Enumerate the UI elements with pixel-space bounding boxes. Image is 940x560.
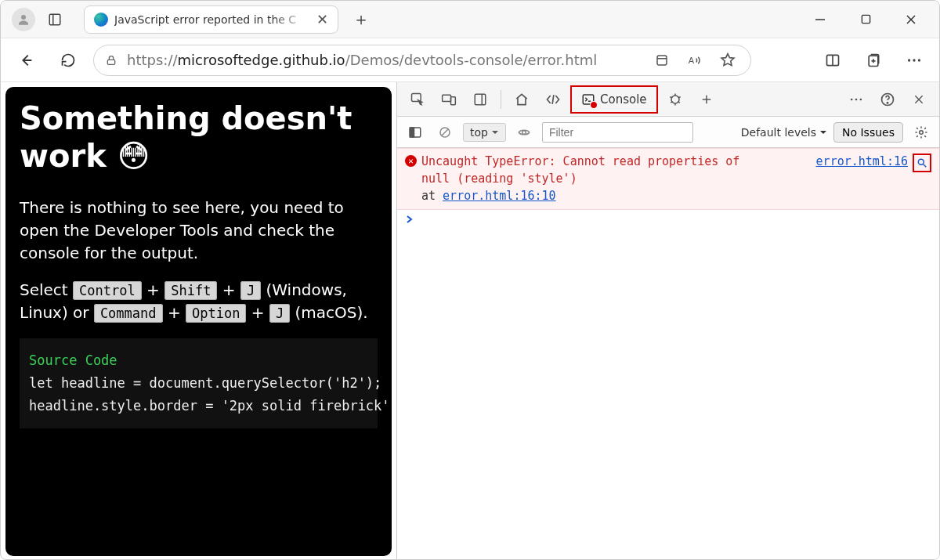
url-host: microsoftedge.github.io [178, 52, 345, 68]
refresh-button[interactable] [51, 43, 85, 78]
elements-tab-icon[interactable] [539, 85, 567, 114]
error-line-1: Uncaught TypeError: Cannot read properti… [421, 154, 739, 168]
source-code-box: Source Code let headline = document.quer… [20, 338, 378, 428]
svg-line-50 [924, 164, 927, 168]
kbd-option: Option [186, 304, 246, 323]
device-toolbar-icon[interactable] [435, 85, 463, 114]
svg-point-36 [851, 98, 853, 100]
issues-tab-icon[interactable] [661, 85, 689, 114]
stack-link[interactable]: error.html:16:10 [443, 189, 556, 203]
code-title: Source Code [29, 349, 368, 372]
error-message: Uncaught TypeError: Cannot read properti… [421, 154, 816, 204]
dock-side-icon[interactable] [466, 85, 494, 114]
console-prompt[interactable] [397, 210, 939, 229]
url-scheme: https:// [127, 52, 178, 68]
settings-more-icon[interactable] [897, 43, 931, 78]
clear-console-icon[interactable] [433, 121, 457, 144]
close-window-button[interactable] [902, 14, 920, 25]
live-expression-icon[interactable] [512, 121, 536, 144]
profile-avatar[interactable] [12, 8, 35, 31]
error-badge-icon: ✕ [405, 155, 417, 167]
console-tab[interactable]: Console [570, 85, 658, 114]
maximize-button[interactable] [856, 14, 875, 25]
window-titlebar: JavaScript error reported in the C ✕ ＋ [1, 1, 939, 38]
kbd-j-2: J [269, 304, 290, 323]
context-label: top [470, 126, 488, 139]
mac-suffix: (macOS). [290, 303, 368, 322]
stack-prefix: at [421, 189, 443, 203]
svg-point-16 [908, 59, 910, 61]
svg-rect-7 [107, 60, 114, 64]
kbd-control: Control [73, 281, 142, 300]
svg-rect-44 [410, 128, 414, 137]
svg-text:A: A [689, 56, 695, 66]
devtools-close-icon[interactable] [905, 85, 933, 114]
new-tab-button[interactable]: ＋ [346, 5, 376, 34]
svg-rect-8 [657, 56, 667, 65]
page-heading-text: Something doesn't work [20, 100, 352, 174]
plus-4: + [246, 303, 269, 322]
plus-3: + [163, 303, 186, 322]
page-shortcut-line: Select Control + Shift + J (Windows, Lin… [20, 279, 378, 324]
console-error-row[interactable]: ✕ Uncaught TypeError: Cannot read proper… [397, 148, 939, 210]
split-screen-icon[interactable] [815, 43, 850, 78]
content-area: Something doesn't work 😳 There is nothin… [1, 82, 939, 560]
app-mode-icon[interactable] [650, 49, 674, 72]
emoji-icon: 😳 [118, 137, 150, 175]
context-selector[interactable]: top [463, 123, 506, 142]
page-paragraph-1: There is nothing to see here, you need t… [20, 197, 378, 265]
svg-line-46 [442, 129, 448, 135]
welcome-tab-icon[interactable] [508, 85, 536, 114]
svg-point-48 [920, 130, 924, 134]
svg-rect-22 [475, 94, 486, 105]
log-levels-selector[interactable]: Default levels [741, 126, 827, 139]
favorites-icon[interactable] [716, 49, 739, 72]
more-tabs-icon[interactable] [692, 85, 721, 114]
svg-point-18 [918, 59, 920, 61]
svg-line-24 [552, 95, 554, 104]
url-path: /Demos/devtools-console/error.html [345, 52, 598, 68]
svg-rect-4 [862, 15, 870, 23]
devtools-help-icon[interactable] [873, 85, 902, 114]
back-button[interactable] [9, 43, 43, 78]
filter-input[interactable] [542, 122, 693, 143]
console-output: ✕ Uncaught TypeError: Cannot read proper… [397, 148, 939, 560]
page-viewport: Something doesn't work 😳 There is nothin… [1, 82, 396, 560]
collections-icon[interactable] [856, 43, 891, 78]
sidebar-toggle-icon[interactable] [403, 121, 427, 144]
inspect-element-icon[interactable] [403, 85, 432, 114]
svg-rect-21 [451, 96, 456, 104]
tab-title: JavaScript error reported in the C [114, 13, 310, 26]
tab-close-icon[interactable]: ✕ [316, 11, 328, 27]
svg-point-47 [522, 130, 526, 134]
svg-point-49 [918, 159, 924, 164]
plus-2: + [217, 280, 240, 299]
kbd-shift: Shift [164, 281, 217, 300]
console-settings-icon[interactable] [909, 121, 933, 144]
issues-button[interactable]: No Issues [833, 122, 903, 143]
page-heading: Something doesn't work 😳 [20, 99, 378, 175]
svg-point-37 [855, 98, 858, 100]
error-line-2: null (reading 'style') [421, 172, 577, 186]
edge-favicon [94, 13, 108, 27]
console-filterbar: top Default levels No Issues [397, 117, 939, 148]
error-source-link[interactable]: error.html:16 [816, 154, 908, 168]
svg-line-30 [670, 96, 672, 97]
svg-point-38 [860, 98, 862, 100]
code-line-1: let headline = document.querySelector('h… [29, 372, 368, 395]
search-error-icon[interactable] [913, 154, 931, 172]
workspaces-icon[interactable] [40, 5, 70, 34]
lock-icon [105, 54, 118, 67]
devtools-more-icon[interactable] [842, 85, 870, 114]
minimize-button[interactable] [811, 14, 830, 25]
browser-tab[interactable]: JavaScript error reported in the C ✕ [84, 5, 338, 34]
window-controls [811, 14, 933, 25]
svg-rect-1 [49, 14, 60, 25]
console-icon [581, 92, 595, 107]
address-bar[interactable]: https://microsoftedge.github.io/Demos/de… [93, 45, 751, 76]
read-aloud-icon[interactable]: A [683, 49, 707, 72]
select-label: Select [20, 280, 73, 299]
url-text: https://microsoftedge.github.io/Demos/de… [127, 52, 641, 68]
kbd-j: J [240, 281, 261, 300]
svg-rect-20 [443, 95, 451, 101]
